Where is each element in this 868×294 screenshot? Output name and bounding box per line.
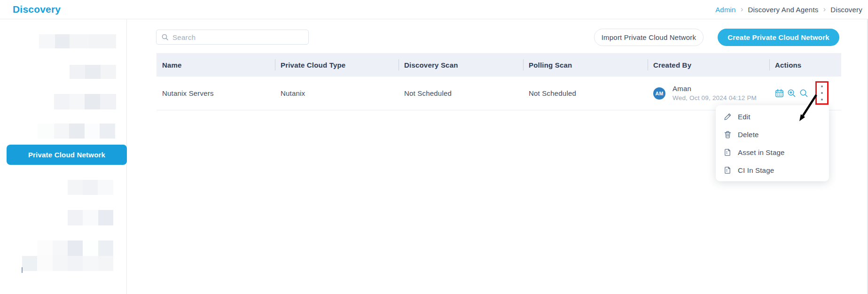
skeleton-block [70,65,116,79]
menu-item-ci-in-stage[interactable]: CI In Stage [716,161,829,179]
menu-item-delete[interactable]: Delete [716,125,829,143]
delete-icon [724,131,732,139]
cell-polling-scan: Not Scheduled [523,77,648,110]
calendar-icon [775,89,784,98]
skeleton-block [54,94,116,109]
breadcrumb: Admin › Discovery And Agents › Discovery [715,6,862,14]
menu-item-asset-in-stage[interactable]: Asset in Stage [716,143,829,161]
edit-icon [724,113,732,121]
skeleton-block [38,124,115,139]
import-private-cloud-network-button[interactable]: Import Private Cloud Network [594,29,704,46]
annotation-highlight-box [815,81,829,105]
discovery-page: Discovery Admin › Discovery And Agents ›… [0,0,868,294]
column-header-created-by: Created By [648,53,769,77]
page-title: Discovery [13,4,61,15]
context-menu: Edit Delete Asset in Stage CI In Stage [716,105,829,181]
created-by-date: Wed, Oct 09, 2024 04:12 PM [673,93,757,102]
search-box [156,30,309,45]
asset-in-stage-icon [724,148,732,156]
search-input[interactable] [172,33,304,41]
private-cloud-network-table: Name Private Cloud Type Discovery Scan P… [156,53,841,110]
sidebar-item-label: Private Cloud Network [28,151,105,159]
menu-item-label: CI In Stage [738,166,774,174]
menu-item-label: Asset in Stage [738,148,785,156]
schedule-scan-button[interactable] [775,89,784,98]
breadcrumb-discovery-and-agents[interactable]: Discovery And Agents [748,6,819,14]
skeleton-block [22,256,113,271]
skeleton-block [68,180,113,195]
kebab-menu-icon [821,85,823,87]
ci-in-stage-icon [724,166,732,174]
skeleton-block [37,240,113,256]
cell-private-cloud-type: Nutanix [275,77,399,110]
cell-discovery-scan: Not Scheduled [399,77,523,110]
zoom-in-button[interactable] [787,89,796,98]
cell-name: Nutanix Servers [156,77,275,110]
search-assets-button[interactable] [799,89,808,98]
column-header-name: Name [156,53,275,77]
sidebar-item-private-cloud-network[interactable]: Private Cloud Network [7,145,127,165]
skeleton-block [39,34,116,48]
column-header-private-cloud-type: Private Cloud Type [275,53,399,77]
skeleton-block [68,210,113,225]
row-actions-menu-button[interactable] [820,85,824,101]
column-header-polling-scan: Polling Scan [523,53,648,77]
breadcrumb-discovery: Discovery [830,6,862,14]
zoom-in-icon [787,89,796,98]
menu-item-label: Delete [738,131,759,139]
avatar: AM [653,87,665,100]
created-by-name: Aman [673,84,757,93]
sidebar: Private Cloud Network [0,19,127,294]
search-icon [161,33,169,41]
text-cursor [22,267,23,273]
menu-item-edit[interactable]: Edit [716,108,829,125]
column-header-actions: Actions [769,53,841,77]
breadcrumb-admin[interactable]: Admin [715,6,736,14]
chevron-right-icon: › [741,5,743,13]
create-private-cloud-network-button[interactable]: Create Private Cloud Network [718,29,839,46]
chevron-right-icon: › [823,5,826,13]
top-bar: Discovery Admin › Discovery And Agents ›… [0,0,868,19]
table-header: Name Private Cloud Type Discovery Scan P… [156,53,841,77]
column-header-discovery-scan: Discovery Scan [399,53,523,77]
menu-item-label: Edit [738,113,751,121]
search-icon [799,89,808,98]
